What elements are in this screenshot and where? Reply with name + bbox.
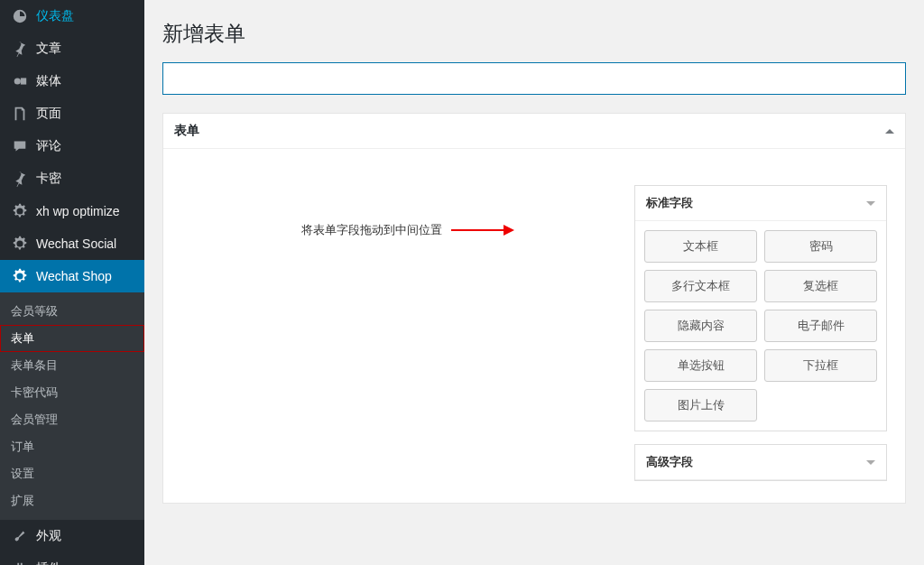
admin-sidebar: 仪表盘 文章 媒体 页面 评论 卡密 xh wp optimize Wecha — [0, 0, 144, 565]
field-group-header[interactable]: 标准字段 — [635, 186, 886, 221]
gear-icon — [11, 202, 29, 220]
main-content: 新增表单 表单 将表单字段拖动到中间位置 — [144, 0, 924, 565]
advanced-fields-group: 高级字段 — [634, 444, 887, 481]
brush-icon — [11, 527, 29, 545]
sidebar-item-label: 评论 — [36, 138, 61, 154]
form-builder-postbox: 表单 将表单字段拖动到中间位置 标准字段 — [162, 113, 906, 504]
sidebar-item-posts[interactable]: 文章 — [0, 32, 144, 65]
sidebar-item-cards[interactable]: 卡密 — [0, 162, 144, 195]
fields-panel: 标准字段 文本框 密码 多行文本框 复选框 隐藏内容 电子邮件 单选按钮 下拉框 — [634, 185, 887, 481]
form-drop-zone[interactable]: 将表单字段拖动到中间位置 — [181, 185, 634, 481]
field-upload-button[interactable]: 图片上传 — [644, 389, 757, 421]
sidebar-item-label: 页面 — [36, 106, 61, 122]
sidebar-item-media[interactable]: 媒体 — [0, 65, 144, 97]
field-group-title: 高级字段 — [646, 454, 693, 470]
sidebar-item-plugins[interactable]: 插件 — [0, 552, 144, 565]
submenu-item[interactable]: 会员管理 — [0, 406, 144, 433]
sidebar-item-optimize[interactable]: xh wp optimize — [0, 195, 144, 227]
form-title-input[interactable] — [162, 62, 906, 95]
submenu-item[interactable]: 扩展 — [0, 487, 144, 514]
sidebar-item-dashboard[interactable]: 仪表盘 — [0, 0, 144, 32]
field-email-button[interactable]: 电子邮件 — [764, 310, 877, 342]
sidebar-item-comments[interactable]: 评论 — [0, 130, 144, 162]
sidebar-submenu: 会员等级 表单 表单条目 卡密代码 会员管理 订单 设置 扩展 — [0, 292, 144, 520]
comment-icon — [11, 137, 29, 155]
sidebar-item-wechat-shop[interactable]: Wechat Shop — [0, 260, 144, 292]
postbox-header[interactable]: 表单 — [163, 114, 905, 149]
standard-fields-group: 标准字段 文本框 密码 多行文本框 复选框 隐藏内容 电子邮件 单选按钮 下拉框 — [634, 185, 887, 431]
sidebar-item-appearance[interactable]: 外观 — [0, 520, 144, 552]
pin-icon — [11, 40, 29, 58]
sidebar-item-label: 文章 — [36, 41, 61, 57]
field-group-title: 标准字段 — [646, 195, 693, 211]
sidebar-item-label: Wechat Shop — [36, 269, 112, 283]
submenu-item[interactable]: 订单 — [0, 433, 144, 460]
media-icon — [11, 72, 29, 90]
sidebar-item-wechat-social[interactable]: Wechat Social — [0, 227, 144, 260]
field-hidden-button[interactable]: 隐藏内容 — [644, 310, 757, 342]
submenu-item[interactable]: 卡密代码 — [0, 379, 144, 406]
field-textarea-button[interactable]: 多行文本框 — [644, 270, 757, 302]
submenu-item[interactable]: 设置 — [0, 460, 144, 487]
gear-icon — [11, 235, 29, 253]
sidebar-item-label: 仪表盘 — [36, 8, 74, 24]
caret-up-icon — [885, 129, 894, 134]
svg-point-0 — [14, 78, 21, 84]
field-password-button[interactable]: 密码 — [764, 230, 877, 263]
caret-down-icon — [866, 460, 875, 465]
page-icon — [11, 105, 29, 123]
sidebar-item-label: 外观 — [36, 528, 61, 544]
arrow-right-icon — [451, 221, 514, 239]
dashboard-icon — [11, 7, 29, 25]
sidebar-item-label: Wechat Social — [36, 236, 116, 251]
gear-icon — [11, 267, 29, 285]
submenu-item[interactable]: 表单条目 — [0, 352, 144, 379]
submenu-item-current[interactable]: 表单 — [0, 325, 144, 352]
svg-marker-2 — [504, 225, 514, 236]
field-radio-button[interactable]: 单选按钮 — [644, 349, 757, 382]
field-checkbox-button[interactable]: 复选框 — [764, 270, 877, 302]
sidebar-item-label: xh wp optimize — [36, 204, 120, 218]
field-select-button[interactable]: 下拉框 — [764, 349, 877, 382]
plugin-icon — [11, 560, 29, 565]
sidebar-item-label: 媒体 — [36, 73, 61, 89]
field-text-button[interactable]: 文本框 — [644, 230, 757, 263]
field-group-header[interactable]: 高级字段 — [635, 445, 886, 480]
page-title: 新增表单 — [162, 20, 906, 48]
drop-hint-text: 将表单字段拖动到中间位置 — [301, 222, 442, 238]
pin-icon — [11, 170, 29, 188]
sidebar-item-label: 插件 — [36, 560, 61, 565]
sidebar-item-label: 卡密 — [36, 171, 61, 187]
submenu-item[interactable]: 会员等级 — [0, 298, 144, 325]
caret-down-icon — [866, 201, 875, 206]
sidebar-item-pages[interactable]: 页面 — [0, 97, 144, 130]
postbox-title: 表单 — [174, 123, 199, 139]
